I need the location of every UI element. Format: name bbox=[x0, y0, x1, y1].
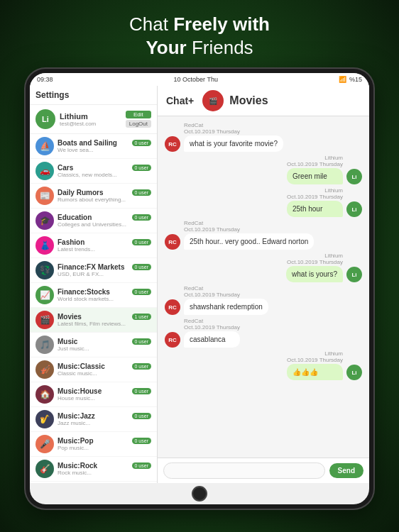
message-content: LithiumOct.10.2019 Thursday 25th hour bbox=[287, 187, 343, 217]
message-meta: RedCatOct.10.2019 Thursday bbox=[184, 318, 240, 331]
list-item[interactable]: 🎤 Music:Pop 0 user Pop music... bbox=[30, 432, 157, 457]
message-bubble: 👍👍👍 bbox=[287, 364, 343, 380]
message-avatar: Li bbox=[346, 267, 362, 282]
channel-desc: USD, EUR & FX... bbox=[58, 271, 151, 277]
channel-name-row: Music:House 0 user bbox=[58, 387, 151, 395]
message-content: LithiumOct.10.2019 Thursday what is your… bbox=[286, 253, 343, 282]
message-meta: LithiumOct.10.2019 Thursday bbox=[286, 253, 343, 265]
channel-name: Daily Rumors bbox=[58, 189, 103, 196]
channel-desc: Classics, new models... bbox=[58, 172, 151, 178]
user-avatar: Li bbox=[35, 109, 55, 129]
message-avatar: RC bbox=[165, 136, 180, 152]
channel-badge: 0 user bbox=[132, 363, 151, 370]
channel-icon: 🏠 bbox=[35, 385, 54, 404]
list-item[interactable]: 🎵 Music 0 user Just music... bbox=[30, 333, 157, 358]
list-item[interactable]: 🎸 Music:Rock 0 user Rock music... bbox=[30, 457, 157, 482]
chat-input-area: Send bbox=[158, 458, 369, 483]
status-time: 09:38 bbox=[37, 76, 53, 83]
message-content: RedCatOct.10.2019 Thursday casablanca bbox=[184, 318, 240, 348]
channel-icon: 🎻 bbox=[35, 360, 54, 379]
list-item[interactable]: 🏠 Music:House 0 user House music... bbox=[30, 382, 157, 407]
message-item: LithiumOct.10.2019 Thursday 👍👍👍 Li bbox=[287, 350, 362, 380]
channel-icon: 🚗 bbox=[35, 162, 54, 180]
channel-badge: 0 user bbox=[132, 264, 151, 270]
tablet-frame: 09:38 10 October Thu 📶 %15 Settings Li L… bbox=[26, 69, 373, 509]
list-item[interactable]: 🎓 Education 0 user Colleges and Universi… bbox=[30, 209, 157, 233]
user-email: test@test.com bbox=[60, 121, 121, 127]
message-bubble: 25th hour.. very good.. Edward norton bbox=[184, 233, 314, 250]
send-button[interactable]: Send bbox=[329, 463, 364, 478]
channel-icon: 🎸 bbox=[35, 460, 54, 478]
channel-details: Movies 1 user Latest films, Film reviews… bbox=[58, 313, 151, 327]
channel-name-row: Movies 1 user bbox=[58, 313, 151, 321]
channel-details: Music:House 0 user House music... bbox=[58, 387, 151, 401]
message-content: RedCatOct.10.2019 Thursday what is your … bbox=[184, 122, 283, 152]
app-title: Chat+ bbox=[166, 95, 194, 106]
message-bubble: casablanca bbox=[184, 331, 240, 348]
channel-desc: Rock music... bbox=[58, 470, 151, 476]
channel-name: Music:House bbox=[58, 387, 102, 395]
channel-name: Fashion bbox=[58, 238, 84, 246]
channel-badge: 0 user bbox=[132, 140, 151, 146]
list-item[interactable]: ⛵ Boats and Sailing 0 user We love sea..… bbox=[30, 134, 157, 159]
list-item[interactable]: 👗 Fashion 0 user Latest trends... bbox=[30, 233, 157, 258]
list-item[interactable]: 📰 Daily Rumors 0 user Rumors about every… bbox=[30, 184, 157, 209]
status-bar-right: 📶 %15 bbox=[339, 76, 362, 83]
message-meta: RedCatOct.10.2019 Thursday bbox=[184, 285, 268, 298]
message-avatar: Li bbox=[346, 169, 362, 184]
channel-name: Finance:FX Markets bbox=[58, 263, 124, 271]
channel-badge: 0 user bbox=[132, 338, 151, 345]
list-item[interactable]: 📈 Finance:Stocks 0 user World stock mark… bbox=[30, 283, 157, 308]
channel-icon: 📈 bbox=[35, 286, 54, 304]
sidebar: Settings Li Lithium test@test.com Edit L… bbox=[30, 86, 158, 483]
message-avatar: Li bbox=[346, 201, 362, 217]
channel-name-row: Music:Classic 0 user bbox=[58, 362, 151, 370]
message-bubble: what is yours? bbox=[286, 266, 343, 282]
list-item[interactable]: 💱 Finance:FX Markets 0 user USD, EUR & F… bbox=[30, 258, 157, 283]
chat-input[interactable] bbox=[163, 462, 325, 479]
channel-desc: Jazz music... bbox=[58, 420, 151, 426]
message-item: RC RedCatOct.10.2019 Thursday casablanca bbox=[165, 318, 240, 348]
channel-name-row: Boats and Sailing 0 user bbox=[58, 139, 151, 147]
channel-details: Music 0 user Just music... bbox=[58, 338, 151, 352]
message-avatar: RC bbox=[165, 332, 180, 348]
channel-name-row: Music:Pop 0 user bbox=[58, 437, 151, 445]
message-item: RC RedCatOct.10.2019 Thursday what is yo… bbox=[165, 122, 283, 152]
channel-badge: 0 user bbox=[132, 165, 151, 171]
channel-badge: 0 user bbox=[132, 438, 151, 444]
message-bubble: 25th hour bbox=[287, 201, 343, 217]
chat-panel: Chat+ 🎬 Movies RC RedCatOct.10.2019 Thur… bbox=[158, 86, 369, 483]
list-item[interactable]: 🎻 Music:Classic 0 user Classic music... bbox=[30, 358, 157, 382]
channel-name: Music:Classic bbox=[58, 362, 105, 370]
edit-button[interactable]: Edit bbox=[126, 111, 151, 118]
channel-icon: 🎵 bbox=[35, 336, 54, 354]
message-meta: RedCatOct.10.2019 Thursday bbox=[184, 122, 283, 135]
channel-icon: 🎷 bbox=[35, 410, 54, 428]
channel-name: Boats and Sailing bbox=[58, 139, 117, 147]
logout-button[interactable]: LogOut bbox=[126, 120, 151, 128]
message-meta: LithiumOct.10.2019 Thursday bbox=[287, 187, 343, 200]
status-date: 10 October Thu bbox=[174, 76, 218, 83]
headline-line1: Chat Freely with bbox=[129, 13, 270, 36]
list-item[interactable]: 🎬 Movies 1 user Latest films, Film revie… bbox=[30, 308, 157, 333]
channel-icon: 🎬 bbox=[35, 311, 54, 329]
channel-details: Finance:FX Markets 0 user USD, EUR & FX.… bbox=[58, 263, 151, 277]
main-area: Settings Li Lithium test@test.com Edit L… bbox=[30, 86, 369, 483]
list-item[interactable]: 🚗 Cars 0 user Classics, new models... bbox=[30, 159, 157, 184]
message-content: RedCatOct.10.2019 Thursday shawshank red… bbox=[184, 285, 268, 315]
status-bar: 09:38 10 October Thu 📶 %15 bbox=[30, 73, 369, 86]
channel-desc: Rumors about everything... bbox=[58, 196, 151, 203]
chat-header: Chat+ 🎬 Movies bbox=[158, 86, 369, 116]
headline-bold1: Freely with bbox=[173, 13, 270, 35]
channel-badge: 0 user bbox=[132, 239, 151, 245]
message-item: RC RedCatOct.10.2019 Thursday 25th hour.… bbox=[165, 220, 314, 250]
home-button-area bbox=[30, 483, 369, 504]
channel-desc: Latest films, Film reviews... bbox=[58, 321, 151, 327]
channel-icon: 🎓 bbox=[35, 211, 54, 230]
home-button[interactable] bbox=[192, 486, 207, 501]
channel-desc: Pop music... bbox=[58, 445, 151, 451]
message-content: LithiumOct.10.2019 Thursday Green mile bbox=[287, 155, 343, 184]
channel-icon: 💱 bbox=[35, 261, 54, 279]
channel-desc: World stock markets... bbox=[58, 296, 151, 302]
list-item[interactable]: 🎷 Music:Jazz 0 user Jazz music... bbox=[30, 407, 157, 432]
